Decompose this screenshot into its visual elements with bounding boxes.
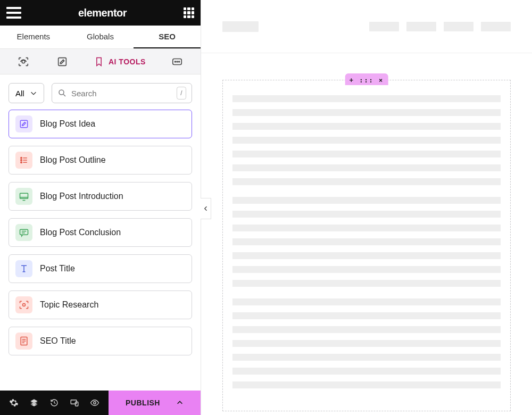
text-widget-section[interactable] [222,80,511,411]
text-icon [15,260,32,277]
sidebar-footer: PUBLISH [0,391,201,415]
svg-point-9 [21,160,22,161]
widget-label: Blog Post Introduction [40,192,123,201]
ai-tools-button[interactable]: AI TOOLS [94,56,146,67]
svg-point-13 [23,304,26,306]
tab-elements[interactable]: Elements [0,26,67,48]
logo-placeholder [222,21,259,32]
panel-toolbar: AI TOOLS [0,49,201,74]
svg-point-5 [178,61,179,62]
svg-point-6 [59,90,64,95]
pencil-square-icon [15,115,32,132]
svg-point-10 [21,162,22,163]
svg-point-0 [22,60,26,63]
eye-icon[interactable] [85,391,104,415]
monitor-icon [15,188,32,205]
brand-logo: elementor [78,7,127,19]
tab-seo[interactable]: SEO [134,26,201,48]
svg-rect-7 [20,120,27,127]
shortcut-key-hint: / [177,87,186,99]
preview-icon[interactable] [16,54,31,69]
menu-icon[interactable] [6,7,21,19]
svg-rect-12 [20,229,28,235]
footer-actions [0,391,109,415]
search-icon [57,88,67,98]
chat-bubble-icon[interactable] [170,54,185,69]
category-dropdown[interactable]: All [9,83,44,103]
apps-grid-icon[interactable] [184,7,194,18]
widget-seo-title[interactable]: SEO Title [9,327,192,355]
edit-icon[interactable] [55,54,70,69]
focus-icon [15,296,32,313]
publish-button[interactable]: PUBLISH [109,391,201,415]
publish-label: PUBLISH [126,399,160,407]
widget-blog-post-introduction[interactable]: Blog Post Introduction [9,182,192,211]
section-handle[interactable]: + ::: × [345,73,388,85]
canvas-body: + ::: × [201,53,532,415]
svg-point-17 [94,402,96,404]
widget-blog-post-idea[interactable]: Blog Post Idea [9,110,192,138]
canvas-area: + ::: × [201,0,532,415]
chevron-down-icon [30,89,37,97]
svg-point-4 [177,61,178,62]
widget-label: Post Title [40,264,75,273]
panel-tabs: Elements Globals SEO [0,26,201,49]
history-icon[interactable] [45,391,64,415]
paragraph-placeholder [232,95,501,185]
widget-list: Blog Post IdeaBlog Post OutlineBlog Post… [0,110,201,391]
sidebar-top-bar: elementor [0,0,201,26]
layers-icon[interactable] [24,391,44,415]
svg-point-8 [21,157,22,159]
tab-globals[interactable]: Globals [67,26,134,48]
search-input[interactable] [71,89,172,98]
canvas-site-header [201,0,532,53]
document-icon [15,333,32,350]
filter-row: All / [0,74,201,110]
widget-blog-post-outline[interactable]: Blog Post Outline [9,146,192,175]
paragraph-placeholder [232,197,501,287]
responsive-icon[interactable] [65,391,84,415]
editor-sidebar: elementor Elements Globals SEO AI TOOLS … [0,0,201,415]
widget-label: Blog Post Conclusion [40,228,121,237]
ai-tools-label: AI TOOLS [109,57,146,66]
paragraph-placeholder [232,298,501,388]
svg-point-3 [174,61,176,62]
search-field[interactable]: / [52,83,192,103]
widget-blog-post-conclusion[interactable]: Blog Post Conclusion [9,218,192,247]
settings-icon[interactable] [4,391,23,415]
widget-label: Blog Post Idea [40,119,95,129]
dropdown-value: All [15,89,24,98]
widget-label: SEO Title [40,336,76,346]
ai-bookmark-icon [94,56,104,67]
list-icon [15,152,32,169]
widget-topic-research[interactable]: Topic Research [9,290,192,319]
nav-placeholder-group [369,22,511,31]
widget-post-title[interactable]: Post Title [9,254,192,283]
widget-label: Topic Research [40,300,98,310]
svg-rect-1 [59,57,66,65]
chevron-up-icon [176,399,184,406]
svg-rect-11 [20,193,28,198]
chat-icon [15,224,32,241]
widget-label: Blog Post Outline [40,155,106,165]
